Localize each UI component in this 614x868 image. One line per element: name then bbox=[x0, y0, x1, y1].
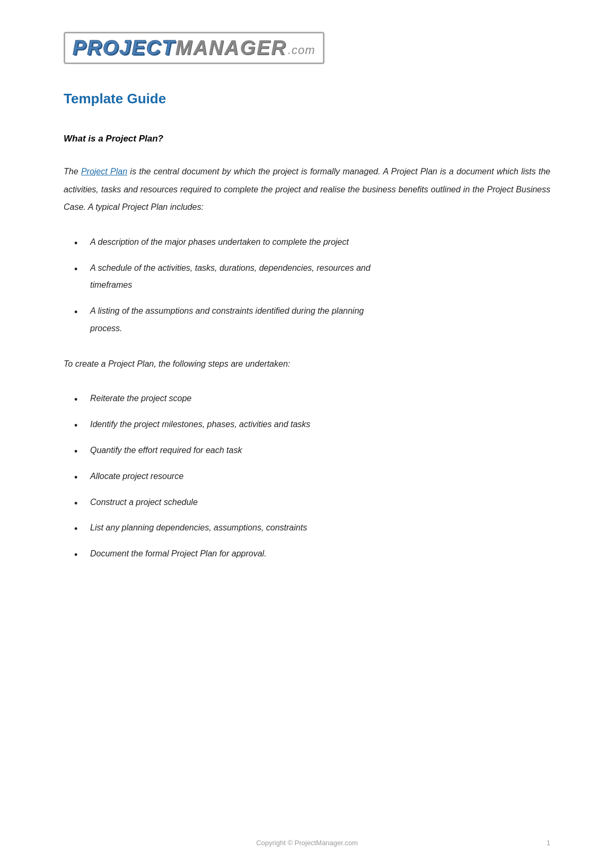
logo-com-text: .com bbox=[288, 43, 315, 57]
logo: PROJECT MANAGER .com bbox=[73, 37, 315, 59]
project-plan-link[interactable]: Project Plan bbox=[81, 167, 127, 176]
list-item: A listing of the assumptions and constra… bbox=[64, 304, 550, 336]
logo-manager-text: MANAGER bbox=[175, 37, 286, 59]
list-item: Quantify the effort required for each ta… bbox=[64, 443, 550, 458]
list-item: Identify the project milestones, phases,… bbox=[64, 417, 550, 432]
steps-list: Reiterate the project scope Identify the… bbox=[64, 391, 550, 562]
page-title: Template Guide bbox=[64, 91, 550, 107]
section-heading: What is a Project Plan? bbox=[64, 134, 550, 144]
list-item: A schedule of the activities, tasks, dur… bbox=[64, 261, 550, 294]
logo-container: PROJECT MANAGER .com bbox=[64, 32, 324, 64]
list-item: A description of the major phases undert… bbox=[64, 235, 550, 250]
page: PROJECT MANAGER .com Template Guide What… bbox=[0, 0, 614, 868]
logo-area: PROJECT MANAGER .com bbox=[64, 32, 550, 64]
list-item: Document the formal Project Plan for app… bbox=[64, 546, 550, 562]
footer-copyright: Copyright © ProjectManager.com bbox=[64, 839, 550, 847]
list-item: Reiterate the project scope bbox=[64, 391, 550, 406]
intro-paragraph: The Project Plan is the central document… bbox=[64, 163, 550, 216]
footer-page-number: 1 bbox=[547, 839, 550, 847]
list-item: List any planning dependencies, assumpti… bbox=[64, 520, 550, 536]
steps-intro-paragraph: To create a Project Plan, the following … bbox=[64, 355, 550, 373]
features-list: A description of the major phases undert… bbox=[64, 235, 550, 336]
logo-project-text: PROJECT bbox=[73, 37, 175, 59]
list-item: Allocate project resource bbox=[64, 469, 550, 484]
footer: Copyright © ProjectManager.com 1 bbox=[0, 839, 614, 847]
list-item: Construct a project schedule bbox=[64, 495, 550, 510]
